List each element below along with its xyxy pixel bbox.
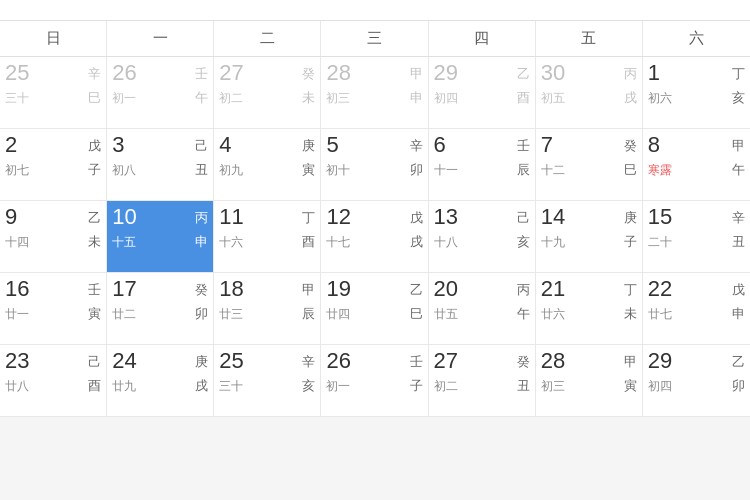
earthly-branch: 午 bbox=[517, 305, 530, 323]
day-number: 26 bbox=[326, 349, 350, 373]
day-cell[interactable]: 26壬初一午 bbox=[107, 57, 214, 129]
heavenly-stem: 丙 bbox=[517, 281, 530, 299]
day-cell[interactable]: 3己初八丑 bbox=[107, 129, 214, 201]
heavenly-stem: 壬 bbox=[88, 281, 101, 299]
heavenly-stem: 戊 bbox=[732, 281, 745, 299]
day-cell[interactable]: 25辛三十亥 bbox=[214, 345, 321, 417]
day-number: 25 bbox=[5, 61, 29, 85]
heavenly-stem: 甲 bbox=[302, 281, 315, 299]
day-number: 1 bbox=[648, 61, 660, 85]
day-number: 8 bbox=[648, 133, 660, 157]
earthly-branch: 丑 bbox=[195, 161, 208, 179]
lunar-day: 初八 bbox=[112, 162, 136, 179]
day-cell[interactable]: 2戊初七子 bbox=[0, 129, 107, 201]
lunar-day: 十四 bbox=[5, 234, 29, 251]
heavenly-stem: 丁 bbox=[732, 65, 745, 83]
day-cell[interactable]: 6壬十一辰 bbox=[429, 129, 536, 201]
heavenly-stem: 壬 bbox=[195, 65, 208, 83]
weekday-label: 三 bbox=[321, 21, 428, 56]
lunar-day: 初十 bbox=[326, 162, 350, 179]
heavenly-stem: 壬 bbox=[410, 353, 423, 371]
lunar-day: 初七 bbox=[5, 162, 29, 179]
day-cell[interactable]: 5辛初十卯 bbox=[321, 129, 428, 201]
day-cell[interactable]: 11丁十六酉 bbox=[214, 201, 321, 273]
earthly-branch: 戌 bbox=[624, 89, 637, 107]
heavenly-stem: 癸 bbox=[624, 137, 637, 155]
earthly-branch: 巳 bbox=[410, 305, 423, 323]
earthly-branch: 丑 bbox=[732, 233, 745, 251]
day-cell[interactable]: 29乙初四卯 bbox=[643, 345, 750, 417]
weekday-label: 四 bbox=[429, 21, 536, 56]
earthly-branch: 酉 bbox=[517, 89, 530, 107]
day-cell[interactable]: 27癸初二未 bbox=[214, 57, 321, 129]
lunar-day: 三十 bbox=[5, 90, 29, 107]
day-cell[interactable]: 28甲初三寅 bbox=[536, 345, 643, 417]
day-number: 9 bbox=[5, 205, 17, 229]
day-cell[interactable]: 20丙廿五午 bbox=[429, 273, 536, 345]
day-cell[interactable]: 10丙十五申 bbox=[107, 201, 214, 273]
lunar-day: 初三 bbox=[326, 90, 350, 107]
weekday-label: 一 bbox=[107, 21, 214, 56]
day-cell[interactable]: 18甲廿三辰 bbox=[214, 273, 321, 345]
day-cell[interactable]: 19乙廿四巳 bbox=[321, 273, 428, 345]
earthly-branch: 酉 bbox=[302, 233, 315, 251]
earthly-branch: 卯 bbox=[410, 161, 423, 179]
day-cell[interactable]: 24庚廿九戌 bbox=[107, 345, 214, 417]
day-cell[interactable]: 16壬廿一寅 bbox=[0, 273, 107, 345]
heavenly-stem: 庚 bbox=[624, 209, 637, 227]
day-cell[interactable]: 12戊十七戌 bbox=[321, 201, 428, 273]
earthly-branch: 亥 bbox=[517, 233, 530, 251]
day-number: 11 bbox=[219, 205, 243, 229]
day-cell[interactable]: 4庚初九寅 bbox=[214, 129, 321, 201]
day-number: 28 bbox=[541, 349, 565, 373]
heavenly-stem: 甲 bbox=[732, 137, 745, 155]
day-number: 15 bbox=[648, 205, 672, 229]
earthly-branch: 寅 bbox=[302, 161, 315, 179]
day-cell[interactable]: 9乙十四未 bbox=[0, 201, 107, 273]
day-number: 28 bbox=[326, 61, 350, 85]
lunar-day: 初一 bbox=[112, 90, 136, 107]
day-number: 7 bbox=[541, 133, 553, 157]
earthly-branch: 寅 bbox=[624, 377, 637, 395]
heavenly-stem: 辛 bbox=[302, 353, 315, 371]
day-cell[interactable]: 27癸初二丑 bbox=[429, 345, 536, 417]
heavenly-stem: 丁 bbox=[624, 281, 637, 299]
heavenly-stem: 癸 bbox=[517, 353, 530, 371]
day-cell[interactable]: 17癸廿二卯 bbox=[107, 273, 214, 345]
day-number: 6 bbox=[434, 133, 446, 157]
day-cell[interactable]: 26壬初一子 bbox=[321, 345, 428, 417]
heavenly-stem: 辛 bbox=[732, 209, 745, 227]
day-cell[interactable]: 1丁初六亥 bbox=[643, 57, 750, 129]
weekday-row: 日一二三四五六 bbox=[0, 20, 750, 56]
calendar-grid: 25辛三十巳26壬初一午27癸初二未28甲初三申29乙初四酉30丙初五戌1丁初六… bbox=[0, 56, 750, 417]
earthly-branch: 申 bbox=[195, 233, 208, 251]
day-cell[interactable]: 8甲寒露午 bbox=[643, 129, 750, 201]
day-number: 14 bbox=[541, 205, 565, 229]
heavenly-stem: 乙 bbox=[410, 281, 423, 299]
earthly-branch: 申 bbox=[732, 305, 745, 323]
day-cell[interactable]: 15辛二十丑 bbox=[643, 201, 750, 273]
day-cell[interactable]: 28甲初三申 bbox=[321, 57, 428, 129]
day-cell[interactable]: 29乙初四酉 bbox=[429, 57, 536, 129]
day-cell[interactable]: 21丁廿六未 bbox=[536, 273, 643, 345]
day-cell[interactable]: 7癸十二巳 bbox=[536, 129, 643, 201]
day-cell[interactable]: 23己廿八酉 bbox=[0, 345, 107, 417]
heavenly-stem: 辛 bbox=[410, 137, 423, 155]
earthly-branch: 酉 bbox=[88, 377, 101, 395]
day-cell[interactable]: 25辛三十巳 bbox=[0, 57, 107, 129]
day-number: 5 bbox=[326, 133, 338, 157]
lunar-day: 初九 bbox=[219, 162, 243, 179]
lunar-day: 十八 bbox=[434, 234, 458, 251]
day-number: 2 bbox=[5, 133, 17, 157]
heavenly-stem: 甲 bbox=[410, 65, 423, 83]
day-cell[interactable]: 13己十八亥 bbox=[429, 201, 536, 273]
lunar-day: 廿六 bbox=[541, 306, 565, 323]
day-cell[interactable]: 30丙初五戌 bbox=[536, 57, 643, 129]
day-cell[interactable]: 22戊廿七申 bbox=[643, 273, 750, 345]
heavenly-stem: 戊 bbox=[88, 137, 101, 155]
heavenly-stem: 乙 bbox=[88, 209, 101, 227]
earthly-branch: 寅 bbox=[88, 305, 101, 323]
lunar-day: 初六 bbox=[648, 90, 672, 107]
heavenly-stem: 己 bbox=[517, 209, 530, 227]
day-cell[interactable]: 14庚十九子 bbox=[536, 201, 643, 273]
